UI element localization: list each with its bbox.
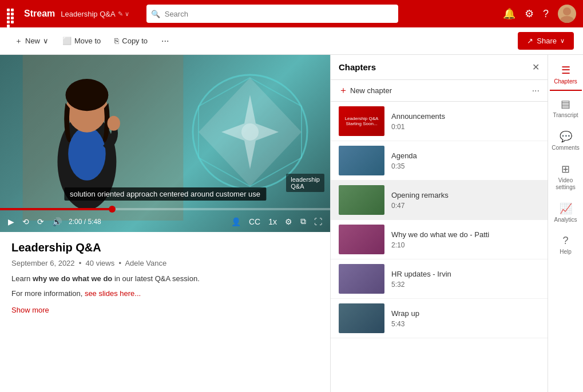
new-chapter-button[interactable]: ＋ New chapter <box>339 85 392 97</box>
sidebar-label: Chapters <box>554 78 577 85</box>
fullscreen-button[interactable]: ⛶ <box>313 216 323 227</box>
speed-button[interactable]: 1x <box>267 216 278 227</box>
sidebar-chapters-button[interactable]: ☰ Chapters <box>550 59 582 91</box>
top-nav: Stream Leadership Q&A ✎ ∨ 🔍 🔔 ⚙ ? <box>0 0 583 27</box>
settings-icon[interactable]: ⚙ <box>525 7 534 20</box>
video-views: 40 views <box>86 259 115 267</box>
search-input[interactable] <box>146 5 398 23</box>
progress-fill <box>0 208 112 210</box>
chapters-close-button[interactable]: ✕ <box>532 62 540 73</box>
right-sidebar: ☰ Chapters ▤ Transcript 💬 Comments ⊞ Vid… <box>548 55 583 392</box>
move-icon: ⬜ <box>62 37 72 45</box>
chapter-item[interactable]: Why we do what we do - Patti 2:10 <box>331 220 548 259</box>
forward-button[interactable]: ⟳ <box>36 216 45 227</box>
chapters-title: Chapters <box>339 62 376 72</box>
chapter-item[interactable]: Agenda 0:35 <box>331 141 548 181</box>
chapter-time: 0:47 <box>391 202 540 210</box>
chapter-thumbnail <box>339 264 384 294</box>
sidebar-label: Transcript <box>553 112 578 119</box>
chapter-thumbnail <box>339 225 384 254</box>
apps-icon[interactable] <box>7 9 17 19</box>
captions-button[interactable]: CC <box>248 216 261 227</box>
chapter-more-button[interactable]: ··· <box>532 86 540 96</box>
notifications-icon[interactable]: 🔔 <box>503 7 515 20</box>
video-time: 2:00 / 5:48 <box>69 218 101 226</box>
video-description-2: For more information, see slides here... <box>11 288 319 299</box>
settings-video-button[interactable]: ⚙ <box>284 216 294 227</box>
video-date: September 6, 2022 <box>11 259 75 267</box>
svg-point-4 <box>68 127 105 181</box>
chapter-info: Announcements 0:01 <box>391 112 540 131</box>
progress-bar[interactable] <box>0 208 330 210</box>
help-icon[interactable]: ? <box>543 8 549 20</box>
chapter-info: Why we do what we do - Patti 2:10 <box>391 230 540 249</box>
chapter-thumbnail <box>339 185 384 215</box>
video-info: Leadership Q&A September 6, 2022 • 40 vi… <box>0 232 330 323</box>
chapter-item[interactable]: Leadership Q&A Starting Soon... Announce… <box>331 102 548 141</box>
chapter-item[interactable]: HR updates - Irvin 5:32 <box>331 259 548 299</box>
svg-point-0 <box>563 7 571 15</box>
edit-icon: ✎ ∨ <box>118 10 129 18</box>
search-container: 🔍 <box>146 5 398 23</box>
sidebar-label: Analytics <box>554 217 577 223</box>
new-button[interactable]: ＋ New ∨ <box>9 33 54 50</box>
svg-point-1 <box>560 16 574 23</box>
nav-right-icons: 🔔 ⚙ ? <box>503 5 576 23</box>
sidebar-analytics-button[interactable]: 📈 Analytics <box>550 198 582 228</box>
sidebar-label: Video settings <box>553 177 578 191</box>
plus-icon: ＋ <box>15 36 22 46</box>
transcript-icon: ▤ <box>561 98 570 110</box>
chapter-time: 5:32 <box>391 281 540 289</box>
right-controls: 👤 CC 1x ⚙ ⧉ ⛶ <box>230 215 323 227</box>
app-name: Stream <box>24 9 55 19</box>
chapter-info: HR updates - Irvin 5:32 <box>391 270 540 289</box>
move-to-button[interactable]: ⬜ Move to <box>57 33 106 49</box>
search-icon: 🔍 <box>151 10 160 18</box>
chapters-header: Chapters ✕ <box>331 55 548 80</box>
sidebar-help-button[interactable]: ? Help <box>550 230 582 260</box>
captions-people-button[interactable]: 👤 <box>230 216 242 227</box>
sidebar-label: Comments <box>552 145 579 151</box>
svg-point-6 <box>66 79 109 111</box>
chapter-item[interactable]: Opening remarks 0:47 <box>331 181 548 220</box>
share-icon: ↗ <box>527 37 533 45</box>
more-options-button[interactable]: ··· <box>156 33 174 50</box>
video-title: Leadership Q&A <box>11 241 319 254</box>
sidebar-label: Help <box>560 249 572 255</box>
chapter-info: Wrap up 5:43 <box>391 309 540 328</box>
slides-link[interactable]: see slides here... <box>85 289 141 298</box>
chapter-time: 2:10 <box>391 241 540 249</box>
chapter-name: HR updates - Irvin <box>391 270 540 278</box>
sidebar-transcript-button[interactable]: ▤ Transcript <box>550 93 582 123</box>
chapter-thumbnail <box>339 303 384 333</box>
comments-icon: 💬 <box>560 130 572 143</box>
chapter-thumbnail <box>339 146 384 175</box>
chapter-item[interactable]: Wrap up 5:43 <box>331 299 548 338</box>
subtitle-bar: solution oriented approach centered arou… <box>64 187 266 201</box>
nav-video-title[interactable]: Leadership Q&A ✎ ∨ <box>61 10 129 18</box>
video-settings-icon: ⊞ <box>561 163 570 175</box>
share-button[interactable]: ↗ Share ∨ <box>518 32 574 50</box>
svg-point-7 <box>107 116 120 131</box>
chapter-name: Why we do what we do - Patti <box>391 230 540 239</box>
miniplayer-button[interactable]: ⧉ <box>299 215 307 227</box>
toolbar: ＋ New ∨ ⬜ Move to ⎘ Copy to ··· ↗ Share … <box>0 27 583 55</box>
sidebar-comments-button[interactable]: 💬 Comments <box>550 126 582 156</box>
video-player[interactable]: leadershipQ&A solution oriented approach… <box>0 55 330 232</box>
share-chevron-icon: ∨ <box>560 37 565 45</box>
video-controls: ▶ ⟲ ⟳ 🔊 2:00 / 5:48 👤 CC 1x ⚙ ⧉ ⛶ <box>0 215 330 227</box>
sidebar-video-settings-button[interactable]: ⊞ Video settings <box>550 158 582 195</box>
chapter-info: Agenda 0:35 <box>391 151 540 170</box>
volume-button[interactable]: 🔊 <box>51 216 63 227</box>
chapter-name: Wrap up <box>391 309 540 318</box>
new-chevron-icon: ∨ <box>43 37 49 45</box>
watermark: leadershipQ&A <box>286 174 324 192</box>
avatar[interactable] <box>558 5 576 23</box>
rewind-button[interactable]: ⟲ <box>21 216 30 227</box>
play-button[interactable]: ▶ <box>7 216 15 227</box>
copy-to-button[interactable]: ⎘ Copy to <box>109 33 153 49</box>
chapters-panel: Chapters ✕ ＋ New chapter ··· Leadership … <box>330 55 548 392</box>
show-more-button[interactable]: Show more <box>11 306 49 314</box>
chapter-info: Opening remarks 0:47 <box>391 191 540 210</box>
copy-icon: ⎘ <box>114 37 119 45</box>
